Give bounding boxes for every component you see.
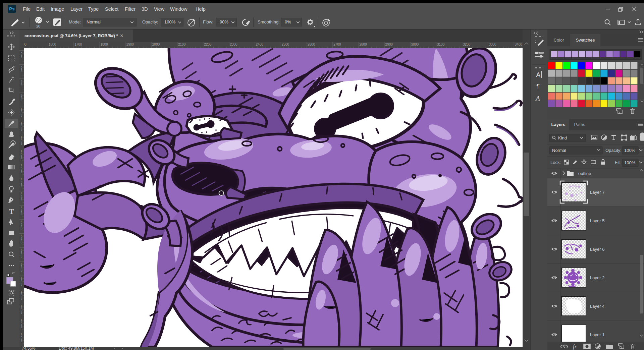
svg-text:0: 0 [21,311,22,314]
svg-text:Layer 1: Layer 1 [590,332,604,337]
svg-text:1600: 1600 [49,43,56,46]
svg-text:2700: 2700 [333,43,341,46]
svg-text:3100: 3100 [437,43,445,46]
svg-text:0: 0 [21,269,22,272]
svg-text:20: 20 [36,24,40,28]
svg-text:Layer 6: Layer 6 [590,247,604,252]
svg-text:2800: 2800 [359,43,367,46]
svg-text:0: 0 [21,199,22,202]
svg-text:0: 0 [21,241,22,244]
svg-text:outline: outline [578,171,591,176]
svg-text:¶: ¶ [536,83,540,90]
svg-text:0: 0 [21,98,22,101]
svg-text:0: 0 [21,171,22,174]
svg-text:T: T [9,207,14,216]
svg-text:Kind: Kind [558,135,567,140]
svg-text:3200: 3200 [463,43,471,46]
svg-text:2500: 2500 [282,43,289,46]
svg-text:0: 0 [21,185,22,188]
svg-text:3400: 3400 [515,43,523,46]
svg-text:A: A [536,71,541,78]
svg-text:1800: 1800 [100,43,108,46]
svg-text:0: 0 [21,283,22,286]
svg-text:0: 0 [21,84,22,87]
svg-text:0: 0 [21,255,22,258]
svg-text:100%: 100% [624,160,636,165]
svg-text:1700: 1700 [74,43,82,46]
svg-text:2600: 2600 [308,43,315,46]
svg-text:2200: 2200 [204,43,212,46]
svg-text:0: 0 [21,56,22,59]
svg-text:0: 0 [21,340,22,343]
svg-text:1900: 1900 [126,43,134,46]
svg-text:0: 0 [21,297,22,300]
svg-text:2300: 2300 [230,43,237,46]
svg-text:Opacity:: Opacity: [605,148,622,153]
svg-text:2100: 2100 [178,43,186,46]
svg-text:0: 0 [21,213,22,216]
svg-text:3000: 3000 [411,43,419,46]
svg-text:0: 0 [21,128,22,131]
svg-text:0: 0 [21,114,22,117]
svg-text:Fill:: Fill: [615,160,622,165]
svg-text:Normal: Normal [552,148,566,153]
svg-text:2000: 2000 [152,43,160,46]
svg-text:0: 0 [21,70,22,73]
svg-text:2900: 2900 [385,43,393,46]
svg-text:Layer 2: Layer 2 [590,275,604,280]
svg-text:Layer 5: Layer 5 [590,218,604,223]
svg-text:fx: fx [573,344,577,350]
svg-text:2400: 2400 [256,43,264,46]
svg-text:0: 0 [21,227,22,230]
svg-text:Lock:: Lock: [550,160,561,165]
svg-text:0: 0 [21,142,22,145]
svg-text:A: A [535,94,540,102]
svg-text:Layer 4: Layer 4 [590,304,604,309]
svg-text:0: 0 [21,326,22,329]
svg-text:3300: 3300 [489,43,496,46]
svg-text:Layer 7: Layer 7 [590,190,604,195]
svg-text:100%: 100% [624,148,636,153]
svg-text:0: 0 [21,157,22,160]
